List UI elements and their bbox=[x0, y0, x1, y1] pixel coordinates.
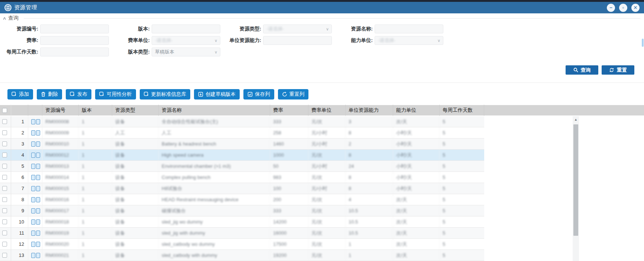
cell-resource-code: RM000015 bbox=[42, 183, 79, 194]
update-standard-library-button[interactable]: 更新标准信息库 bbox=[140, 89, 191, 99]
table-row[interactable]: 11 RM000019 1 设备 sled_jig with dummy 160… bbox=[0, 228, 484, 239]
col-header-rate-unit[interactable]: 费率单位 bbox=[308, 105, 346, 116]
row-checkbox[interactable] bbox=[2, 164, 7, 169]
cell-resource-name: 人工 bbox=[159, 127, 270, 138]
table-row[interactable]: 13 RM000021 1 设备 sled_catbody with dummy… bbox=[0, 250, 484, 261]
query-section-header[interactable]: ∧ 查询 bbox=[3, 15, 640, 22]
col-header-capacity-unit[interactable]: 能力单位 bbox=[393, 105, 440, 116]
resource-name-input[interactable] bbox=[375, 25, 443, 33]
capacity-unit-field: 能力单位: -请选择- ∨ bbox=[334, 36, 446, 45]
add-button[interactable]: 添加 bbox=[7, 89, 33, 99]
save-columns-button[interactable]: 保存列 bbox=[243, 89, 274, 99]
row-detail-icon[interactable] bbox=[31, 208, 40, 213]
cell-resource-code: RM000018 bbox=[42, 216, 79, 228]
search-button[interactable]: 查询 bbox=[566, 65, 598, 75]
row-detail-icon[interactable] bbox=[31, 153, 40, 158]
cell-resource-code: RM000013 bbox=[42, 161, 79, 172]
cell-unit-capacity: 4 bbox=[346, 194, 393, 205]
cell-weekly-workdays: 5 bbox=[440, 239, 484, 250]
collapse-chevron-icon[interactable]: ∧ bbox=[2, 16, 6, 21]
col-header-version[interactable]: 版本 bbox=[79, 105, 112, 116]
cell-resource-name: sled_catbody with dummy bbox=[159, 250, 270, 261]
col-header-unit-capacity[interactable]: 单位资源能力 bbox=[346, 105, 393, 116]
row-detail-icon[interactable] bbox=[31, 119, 40, 124]
table-row[interactable]: 10 RM000018 1 设备 sled_jig wo dummy 14200… bbox=[0, 216, 484, 228]
cell-version: 1 bbox=[79, 138, 112, 150]
weekly-workdays-input[interactable] bbox=[40, 48, 109, 56]
col-header-resource-name[interactable]: 资源名称 bbox=[159, 105, 270, 116]
vertical-scrollbar[interactable]: ▲ bbox=[573, 116, 579, 261]
cell-weekly-workdays: 5 bbox=[440, 138, 484, 150]
table-row[interactable]: 5 RM000013 1 设备 Environmental chamber (>… bbox=[0, 161, 484, 172]
cell-version: 1 bbox=[79, 239, 112, 250]
row-detail-icon[interactable] bbox=[31, 197, 40, 202]
col-header-weekly-workdays[interactable]: 每周工作天数 bbox=[440, 105, 484, 116]
rate-input[interactable] bbox=[40, 36, 109, 45]
col-header-resource-type[interactable]: 资源类型 bbox=[112, 105, 159, 116]
resource-code-input[interactable] bbox=[40, 25, 109, 33]
row-checkbox[interactable] bbox=[2, 197, 7, 202]
cell-version: 1 bbox=[79, 127, 112, 138]
reset-columns-button[interactable]: 重置列 bbox=[278, 89, 309, 99]
rate-unit-label: 费率单位: bbox=[111, 37, 152, 44]
unit-capacity-input[interactable] bbox=[263, 36, 332, 45]
row-checkbox[interactable] bbox=[2, 119, 7, 124]
scrollbar-thumb[interactable] bbox=[573, 124, 578, 236]
row-detail-icon[interactable] bbox=[31, 186, 40, 191]
row-checkbox[interactable] bbox=[2, 253, 7, 258]
row-icon-header bbox=[28, 105, 42, 116]
row-detail-icon[interactable] bbox=[31, 175, 40, 180]
cell-capacity-unit: 次/天 bbox=[393, 205, 440, 216]
table-row[interactable]: 8 RM000016 1 设备 HEAD Restraint messaugin… bbox=[0, 194, 484, 205]
table-row[interactable]: 2 RM000009 1 人工 人工 258 元/小时 8 小时/天 5 bbox=[0, 127, 484, 138]
row-checkbox[interactable] bbox=[2, 175, 7, 180]
capacity-unit-select[interactable]: -请选择- ∨ bbox=[375, 36, 443, 45]
availability-analysis-button[interactable]: 可用性分析 bbox=[95, 89, 136, 99]
select-all-checkbox[interactable] bbox=[2, 108, 7, 113]
version-type-select[interactable]: 草稿版本 ∨ bbox=[152, 48, 220, 56]
scroll-up-icon[interactable]: ▲ bbox=[573, 116, 579, 123]
cell-rate-unit: 元/小时 bbox=[308, 127, 346, 138]
maximize-icon[interactable]: ▫ bbox=[619, 4, 627, 12]
table-row[interactable]: 6 RM000014 1 设备 Complex pulling bench 98… bbox=[0, 172, 484, 183]
row-detail-icon[interactable] bbox=[31, 219, 40, 225]
row-checkbox[interactable] bbox=[2, 231, 7, 235]
rate-field: 费率: bbox=[0, 36, 111, 45]
table-row[interactable]: 7 RM000015 1 设备 H8试验台 100 元/小时 8 小时/天 5 bbox=[0, 183, 484, 194]
table-row[interactable]: 9 RM000017 1 设备 碰撞试验台 333 元/次 10.5 次/天 5 bbox=[0, 205, 484, 216]
row-checkbox[interactable] bbox=[2, 153, 7, 157]
close-icon[interactable]: ✕ bbox=[631, 4, 640, 12]
table-header-row: 资源编号 版本 资源类型 资源名称 费率 费率单位 单位资源能力 能力单位 每周… bbox=[0, 105, 644, 116]
create-draft-version-button[interactable]: 创建草稿版本 bbox=[194, 89, 240, 99]
table-row[interactable]: 3 RM000010 1 设备 Battery & headrest bench… bbox=[0, 138, 484, 150]
row-checkbox[interactable] bbox=[2, 242, 7, 247]
row-checkbox[interactable] bbox=[2, 141, 7, 146]
page-scroll-indicator[interactable] bbox=[642, 39, 644, 47]
resource-type-select[interactable]: -请选择- ∨ bbox=[263, 25, 332, 33]
col-header-resource-code[interactable]: 资源编号 bbox=[42, 105, 79, 116]
reset-button[interactable]: 重置 bbox=[602, 65, 634, 75]
row-detail-icon[interactable] bbox=[31, 130, 40, 136]
row-detail-icon[interactable] bbox=[31, 164, 40, 169]
rate-unit-select[interactable]: -请选择- ∨ bbox=[152, 36, 220, 45]
delete-button[interactable]: 删除 bbox=[37, 89, 62, 99]
row-detail-icon[interactable] bbox=[31, 231, 40, 236]
row-checkbox[interactable] bbox=[2, 130, 7, 135]
version-input[interactable] bbox=[152, 25, 220, 33]
table-row[interactable]: 12 RM000020 1 设备 sled_catbody wo dummy 1… bbox=[0, 239, 484, 250]
table-row[interactable]: 1 RM000008 1 设备 全自动综合性能试验台(主) 333 元/次 3 … bbox=[0, 116, 484, 127]
unit-capacity-label: 单位资源能力: bbox=[223, 37, 263, 44]
row-checkbox[interactable] bbox=[2, 208, 7, 213]
cell-unit-capacity: 1 bbox=[346, 239, 393, 250]
cell-resource-name: sled_jig wo dummy bbox=[159, 216, 270, 228]
row-detail-icon[interactable] bbox=[31, 242, 40, 247]
minimize-icon[interactable]: − bbox=[607, 4, 615, 12]
row-detail-icon[interactable] bbox=[31, 253, 40, 258]
row-detail-icon[interactable] bbox=[31, 141, 40, 147]
row-checkbox[interactable] bbox=[2, 186, 7, 191]
cell-version: 1 bbox=[79, 150, 112, 161]
table-row[interactable]: 4 RM000012 1 设备 High speed camera 1000 元… bbox=[0, 150, 484, 161]
col-header-rate[interactable]: 费率 bbox=[270, 105, 308, 116]
publish-button[interactable]: 发布 bbox=[66, 89, 91, 99]
row-checkbox[interactable] bbox=[2, 219, 7, 224]
